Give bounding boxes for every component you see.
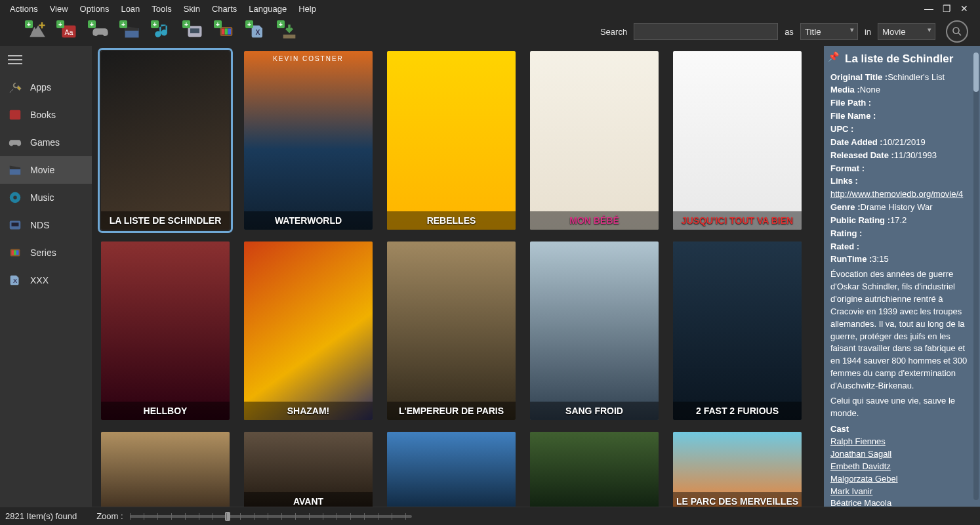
add-movie-icon[interactable]: + xyxy=(122,22,142,41)
clapper-icon xyxy=(8,163,22,177)
details-description: Évocation des années de guerre d'Oskar S… xyxy=(830,268,973,392)
poster-item[interactable]: AVANT xyxy=(244,432,373,507)
sidebar-item-nds[interactable]: NDS xyxy=(0,211,92,239)
add-nds-icon[interactable]: + xyxy=(185,22,205,41)
download-icon[interactable]: + xyxy=(279,22,299,41)
add-xxx-icon[interactable]: +X xyxy=(248,22,268,41)
svg-point-19 xyxy=(13,196,17,200)
add-music-icon[interactable]: + xyxy=(153,22,173,41)
sidebar-item-movie[interactable]: Movie xyxy=(0,156,92,184)
search-area: Search as Title in Movie xyxy=(600,20,968,43)
gamepad-icon xyxy=(8,135,22,150)
svg-rect-10 xyxy=(225,28,228,34)
svg-rect-23 xyxy=(12,250,14,255)
menu-options[interactable]: Options xyxy=(74,2,115,16)
svg-rect-11 xyxy=(228,28,231,34)
details-scrollbar-thumb[interactable] xyxy=(973,52,979,92)
search-input[interactable] xyxy=(634,23,778,40)
sidebar: AppsBooksGamesMovieMusicNDSSeriesXXXX xyxy=(0,46,92,507)
cast-link[interactable]: Béatrice Macola xyxy=(830,498,891,507)
svg-point-14 xyxy=(953,28,959,33)
cast-link[interactable]: Ralph Fiennes xyxy=(830,436,886,446)
sidebar-item-music[interactable]: Music xyxy=(0,184,92,211)
svg-line-15 xyxy=(958,33,961,35)
poster-item[interactable]: HELLBOY xyxy=(101,242,230,420)
tools-icon xyxy=(8,80,22,94)
sidebar-item-books[interactable]: Books xyxy=(0,101,92,129)
menu-actions[interactable]: Actions xyxy=(4,2,44,16)
details-link[interactable]: http://www.themoviedb.org/movie/4 xyxy=(830,189,963,199)
poster-item[interactable]: 2 FAST 2 FURIOUS xyxy=(673,242,802,420)
menu-language[interactable]: Language xyxy=(243,2,293,16)
add-book-icon[interactable]: +Aa xyxy=(59,22,79,41)
menu-skin[interactable]: Skin xyxy=(178,2,206,16)
search-label: Search xyxy=(600,27,627,37)
nds-icon xyxy=(8,218,22,232)
sidebar-item-games[interactable]: Games xyxy=(0,129,92,156)
search-in-select[interactable]: Movie xyxy=(878,23,935,40)
search-icon xyxy=(951,26,963,37)
poster-item[interactable]: SANG FROID xyxy=(530,242,659,420)
svg-rect-6 xyxy=(190,28,199,33)
book-icon xyxy=(8,108,22,122)
poster-item[interactable] xyxy=(101,432,230,507)
menu-tools[interactable]: Tools xyxy=(146,2,177,16)
zoom-track[interactable] xyxy=(130,515,412,518)
svg-rect-16 xyxy=(10,110,21,120)
cast-link[interactable]: Jonathan Sagall xyxy=(830,449,891,459)
search-button[interactable] xyxy=(946,20,968,43)
svg-rect-24 xyxy=(14,250,16,255)
svg-rect-21 xyxy=(12,222,19,226)
x-icon: X xyxy=(8,273,22,287)
poster-item[interactable]: LA LISTE DE SCHINDLER xyxy=(101,51,230,230)
search-in-label: in xyxy=(865,27,871,37)
window-controls: — ❐ ✕ xyxy=(916,3,976,14)
search-as-label: as xyxy=(785,27,794,37)
poster-item[interactable]: KEVIN COSTNERWATERWORLD xyxy=(244,51,373,230)
add-series-icon[interactable]: + xyxy=(216,22,236,41)
menu-view[interactable]: View xyxy=(44,2,74,16)
poster-item[interactable]: SHAZAM! xyxy=(244,242,373,420)
menu-charts[interactable]: Charts xyxy=(206,2,243,16)
cast-link[interactable]: Malgorzata Gebel xyxy=(830,474,898,484)
sidebar-item-apps[interactable]: Apps xyxy=(0,74,92,101)
menubar: ActionsViewOptionsLoanToolsSkinChartsLan… xyxy=(0,0,980,17)
poster-item[interactable]: JUSQU'ICI TOUT VA BIEN xyxy=(673,51,802,230)
sidebar-item-series[interactable]: Series xyxy=(0,239,92,266)
sidebar-item-xxx[interactable]: XXXX xyxy=(0,266,92,294)
hamburger-icon[interactable] xyxy=(0,46,92,74)
cast-heading: Cast xyxy=(830,423,973,436)
menu-loan[interactable]: Loan xyxy=(115,2,146,16)
music-icon xyxy=(8,190,22,205)
poster-item[interactable]: REBELLES xyxy=(387,51,516,230)
poster-item[interactable]: L'EMPEREUR DE PARIS xyxy=(387,242,516,420)
maximize-button[interactable]: ❐ xyxy=(943,3,951,14)
menu-help[interactable]: Help xyxy=(293,2,322,16)
search-as-select[interactable]: Title xyxy=(800,23,858,40)
statusbar: 2821 Item(s) found Zoom : xyxy=(0,507,980,525)
svg-text:X: X xyxy=(13,278,18,284)
minimize-button[interactable]: — xyxy=(924,3,933,14)
add-game-icon[interactable]: + xyxy=(91,22,110,41)
zoom-label: Zoom : xyxy=(96,511,123,521)
tv-icon xyxy=(8,245,22,260)
poster-item[interactable] xyxy=(387,432,516,507)
svg-text:X: X xyxy=(255,28,260,36)
poster-grid-area[interactable]: LA LISTE DE SCHINDLERKEVIN COSTNERWATERW… xyxy=(92,46,824,507)
svg-rect-13 xyxy=(283,35,296,39)
zoom-slider[interactable]: Zoom : xyxy=(96,511,411,521)
close-button[interactable]: ✕ xyxy=(960,3,968,14)
cast-link[interactable]: Mark Ivanir xyxy=(830,486,872,496)
poster-item[interactable] xyxy=(530,432,659,507)
details-title: La liste de Schindler xyxy=(830,51,973,68)
add-app-icon[interactable]: + xyxy=(28,22,47,41)
poster-item[interactable]: MON BÉBÉ xyxy=(530,51,659,230)
cast-link[interactable]: Embeth Davidtz xyxy=(830,461,891,471)
svg-rect-1 xyxy=(41,22,43,28)
pin-icon[interactable]: 📌 xyxy=(828,50,839,63)
svg-text:Aa: Aa xyxy=(65,28,73,36)
toolbar: + +Aa + + + + + +X + Search as Title in … xyxy=(0,17,980,46)
svg-rect-9 xyxy=(222,28,225,34)
poster-item[interactable]: LE PARC DES MERVEILLES xyxy=(673,432,802,507)
details-scrollbar[interactable] xyxy=(973,52,979,500)
